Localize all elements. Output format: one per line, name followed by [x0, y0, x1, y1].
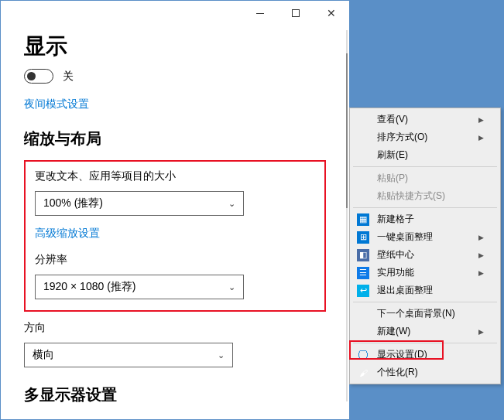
title-bar: ✕ [1, 1, 349, 26]
maximize-button[interactable] [278, 1, 314, 26]
menu-desktop-tidy[interactable]: ⊞ 一键桌面整理 ▶ [352, 228, 498, 246]
orientation-group: 方向 横向 ⌄ [24, 321, 326, 367]
menu-separator [353, 343, 497, 343]
utilities-icon: ☰ [357, 267, 369, 279]
tidy-icon: ⊞ [357, 231, 369, 244]
text-size-label: 更改文本、应用等项目的大小 [35, 169, 315, 183]
submenu-arrow-icon: ▶ [478, 328, 484, 336]
menu-next-bg[interactable]: 下一个桌面背景(N) [352, 305, 498, 323]
scale-layout-heading: 缩放与布局 [24, 128, 326, 149]
menu-separator [353, 207, 497, 208]
menu-paste-shortcut: 粘贴快捷方式(S) [352, 187, 498, 205]
night-mode-settings-link[interactable]: 夜间模式设置 [24, 97, 326, 111]
chevron-down-icon: ⌄ [228, 282, 235, 292]
exit-icon: ↩ [357, 285, 369, 297]
desktop-context-menu: 查看(V) ▶ 排序方式(O) ▶ 刷新(E) 粘贴(P) 粘贴快捷方式(S) … [349, 108, 501, 384]
menu-utilities[interactable]: ☰ 实用功能 ▶ [352, 264, 498, 282]
toggle-knob [27, 72, 36, 80]
advanced-scaling-link[interactable]: 高级缩放设置 [35, 227, 315, 241]
monitor-icon: 🖵 [357, 349, 369, 361]
multi-monitor-heading: 多显示器设置 [24, 384, 326, 405]
menu-wallpaper[interactable]: ◧ 壁纸中心 ▶ [352, 246, 498, 264]
chevron-down-icon: ⌄ [228, 199, 235, 209]
submenu-arrow-icon: ▶ [478, 269, 484, 277]
submenu-arrow-icon: ▶ [478, 134, 484, 142]
night-mode-toggle-row: 关 [24, 69, 326, 84]
menu-personalize[interactable]: 🖌 个性化(R) [352, 364, 498, 381]
text-size-value: 100% (推荐) [43, 196, 103, 210]
submenu-arrow-icon: ▶ [478, 251, 484, 259]
close-button[interactable]: ✕ [314, 1, 349, 26]
menu-paste: 粘贴(P) [352, 169, 498, 187]
personalize-icon: 🖌 [357, 367, 369, 379]
display-settings-window: ✕ 显示 关 夜间模式设置 缩放与布局 更改文本、应用等项目的大小 100% (… [0, 0, 350, 420]
highlighted-section: 更改文本、应用等项目的大小 100% (推荐) ⌄ 高级缩放设置 分辨率 192… [24, 160, 326, 312]
settings-content: 显示 关 夜间模式设置 缩放与布局 更改文本、应用等项目的大小 100% (推荐… [1, 26, 349, 405]
submenu-arrow-icon: ▶ [478, 116, 484, 124]
page-title: 显示 [24, 32, 326, 61]
text-size-combo[interactable]: 100% (推荐) ⌄ [35, 191, 244, 216]
scrollbar[interactable] [346, 30, 348, 401]
wallpaper-icon: ◧ [357, 249, 369, 261]
minimize-button[interactable] [242, 1, 278, 26]
menu-refresh[interactable]: 刷新(E) [352, 146, 498, 164]
orientation-value: 横向 [33, 348, 54, 362]
menu-exit-tidy[interactable]: ↩ 退出桌面整理 [352, 282, 498, 299]
resolution-label: 分辨率 [35, 253, 315, 267]
submenu-arrow-icon: ▶ [478, 234, 484, 241]
menu-new-grid[interactable]: ▦ 新建格子 [352, 210, 498, 228]
toggle-state-label: 关 [63, 70, 74, 84]
menu-separator [353, 166, 497, 167]
close-icon: ✕ [327, 7, 336, 19]
menu-new[interactable]: 新建(W) ▶ [352, 323, 498, 340]
orientation-label: 方向 [24, 321, 326, 335]
resolution-combo[interactable]: 1920 × 1080 (推荐) ⌄ [35, 275, 244, 299]
night-mode-toggle[interactable] [24, 69, 53, 84]
menu-separator [353, 302, 497, 302]
chevron-down-icon: ⌄ [218, 350, 225, 360]
menu-display-settings[interactable]: 🖵 显示设置(D) [352, 346, 498, 364]
maximize-icon [292, 9, 300, 17]
orientation-combo[interactable]: 横向 ⌄ [24, 343, 233, 367]
resolution-value: 1920 × 1080 (推荐) [43, 280, 135, 294]
menu-view[interactable]: 查看(V) ▶ [352, 111, 498, 128]
menu-sort[interactable]: 排序方式(O) ▶ [352, 128, 498, 146]
minimize-icon [256, 13, 264, 14]
grid-icon: ▦ [357, 213, 369, 226]
scrollbar-thumb[interactable] [346, 53, 348, 208]
